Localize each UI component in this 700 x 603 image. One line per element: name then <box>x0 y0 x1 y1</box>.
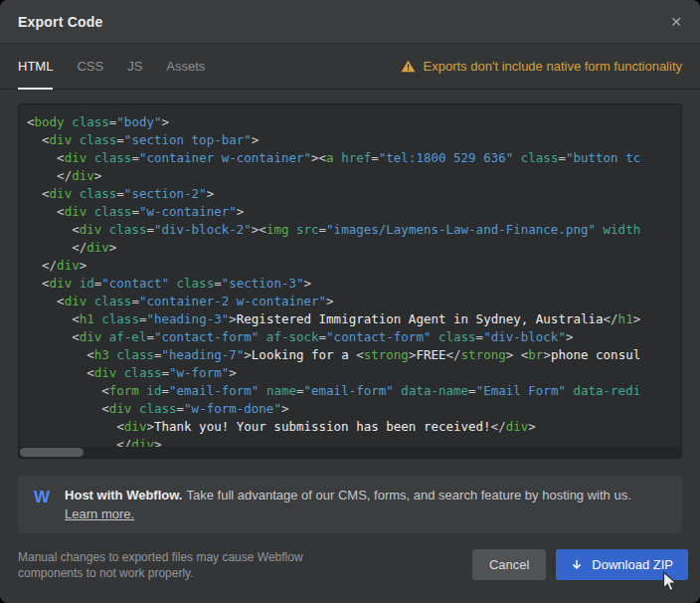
tab-list: HTMLCSSJSAssets <box>18 44 205 89</box>
export-warning: Exports don't include native form functi… <box>401 44 682 89</box>
horizontal-scrollbar[interactable] <box>19 447 681 458</box>
footer-actions: Cancel Download ZIP <box>472 549 688 580</box>
code-line: <h3 class="heading-7">Looking for a <str… <box>27 346 681 364</box>
code-line: <div id="contact" class="section-3"> <box>27 275 681 293</box>
webflow-logo-icon: W <box>34 488 50 507</box>
code-line: <div class="container-2 w-container"> <box>27 293 681 310</box>
code-line: <form id="email-form" name="email-form" … <box>27 382 681 400</box>
code-line: <div class="container w-container"><a hr… <box>27 149 681 167</box>
code-line: <div>Thank you! Your submission has been… <box>27 418 681 436</box>
learn-more-link[interactable]: Learn more. <box>65 506 134 521</box>
warning-icon <box>401 60 416 73</box>
code-line: <h1 class="heading-3">Registered Immigra… <box>27 310 681 328</box>
export-code-modal: Export Code ✕ HTMLCSSJSAssets Exports do… <box>0 0 700 603</box>
tab-assets[interactable]: Assets <box>166 44 205 90</box>
banner-title: Host with Webflow. <box>65 488 182 502</box>
scrollbar-thumb[interactable] <box>20 448 84 457</box>
tab-js[interactable]: JS <box>127 44 142 90</box>
download-zip-button[interactable]: Download ZIP <box>556 549 688 580</box>
code-line: <div class="div-block-2"><img src="image… <box>27 221 681 239</box>
host-banner: W Host with Webflow.Take full advantage … <box>18 476 682 533</box>
warning-text: Exports don't include native form functi… <box>424 59 682 74</box>
code-line: </div> <box>27 257 681 275</box>
modal-title: Export Code <box>18 14 102 30</box>
code-line: <div class="w-container"> <box>27 203 681 221</box>
cancel-button[interactable]: Cancel <box>472 549 546 580</box>
code-content: <body class="body"> <div class="section … <box>19 104 681 454</box>
code-line: <body class="body"> <box>27 113 681 131</box>
code-line: </div> <box>27 239 681 257</box>
footer-note-line1: Manual changes to exported files may cau… <box>18 549 303 565</box>
tab-css[interactable]: CSS <box>77 44 103 90</box>
tab-html[interactable]: HTML <box>18 44 53 90</box>
footer-note: Manual changes to exported files may cau… <box>18 549 303 581</box>
banner-description: Take full advantage of our CMS, forms, a… <box>186 488 630 502</box>
code-line: </div> <box>27 167 681 185</box>
tab-bar: HTMLCSSJSAssets Exports don't include na… <box>0 44 700 90</box>
modal-header: Export Code ✕ <box>0 0 700 44</box>
code-line: <div class="w-form"> <box>27 364 681 382</box>
banner-text-block: Host with Webflow.Take full advantage of… <box>65 486 631 523</box>
code-line: <div class="w-form-done"> <box>27 400 681 418</box>
download-icon <box>571 559 583 571</box>
code-line: <div class="section top-bar"> <box>27 131 681 149</box>
code-line: <div class="section-2"> <box>27 185 681 203</box>
close-icon[interactable]: ✕ <box>670 15 682 29</box>
code-editor[interactable]: <body class="body"> <div class="section … <box>18 103 682 459</box>
code-line: <div af-el="contact-form" af-sock="conta… <box>27 328 681 346</box>
modal-footer: Manual changes to exported files may cau… <box>18 549 688 581</box>
footer-note-line2: components to not work properly. <box>18 565 303 581</box>
download-label: Download ZIP <box>592 557 673 572</box>
